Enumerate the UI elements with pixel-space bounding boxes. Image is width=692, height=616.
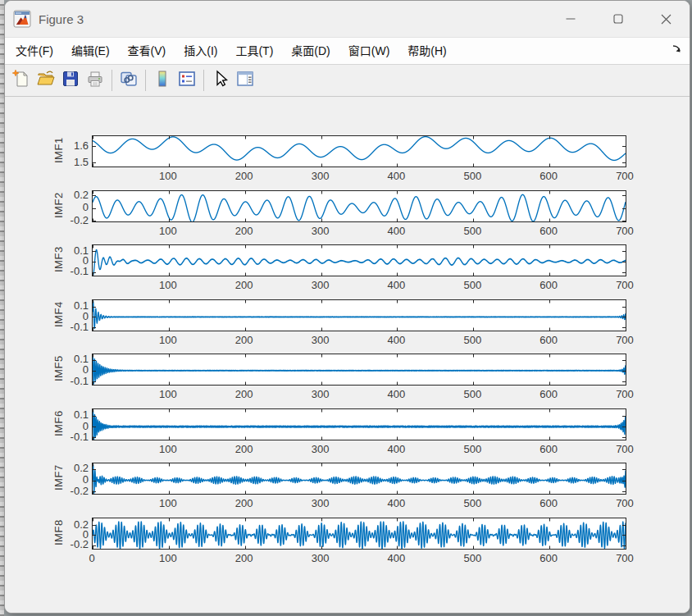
xtick-label: 400: [373, 443, 419, 455]
xtick-label: 700: [602, 497, 648, 509]
xtick-label: 100: [145, 552, 191, 564]
close-button[interactable]: [642, 1, 690, 37]
xtick-label: 500: [449, 170, 495, 182]
xtick-label: 200: [221, 170, 267, 182]
subplot-imf5: [92, 354, 626, 386]
xtick-label: 500: [449, 334, 495, 346]
menu-item-desktop[interactable]: 桌面(D): [282, 38, 339, 64]
edit-plot-button[interactable]: [208, 68, 233, 93]
xtick-label: 200: [221, 279, 267, 291]
imf5-plot-canvas[interactable]: [93, 354, 626, 385]
menu-item-file[interactable]: 文件(F): [7, 38, 62, 64]
xtick-label: 300: [298, 170, 344, 182]
xtick-label: 400: [373, 388, 419, 400]
link-plot-icon: [119, 69, 139, 92]
xtick-label: 400: [373, 279, 419, 291]
xtick-label: 700: [602, 170, 648, 182]
xtick-label: 300: [298, 552, 344, 564]
xtick-label: 200: [221, 443, 267, 455]
xtick-label: 500: [449, 279, 495, 291]
print-button[interactable]: [83, 68, 107, 93]
xtick-label: 700: [602, 334, 648, 346]
menu-item-window[interactable]: 窗口(W): [339, 38, 399, 64]
xtick-label: 400: [373, 225, 419, 237]
xtick-label: 500: [449, 552, 495, 564]
xtick-label: 100: [145, 388, 191, 400]
imf4-plot-canvas[interactable]: [93, 300, 626, 331]
desktop-background: Figure 3 文件(F)编辑(E)查看(V)插入(I)工具(T)桌面(D)窗…: [0, 0, 692, 616]
imf2-plot-canvas[interactable]: [93, 191, 626, 221]
xtick-label: 300: [298, 443, 344, 455]
toolbar-separator: [112, 70, 112, 91]
ytick-label: 1.6: [7, 139, 89, 152]
xtick-label: 400: [373, 497, 419, 509]
menu-item-edit[interactable]: 编辑(E): [62, 38, 119, 64]
xtick-label: 600: [526, 497, 571, 509]
xtick-label: 400: [373, 334, 419, 346]
ytick-label: -0.1: [7, 431, 89, 443]
menu-item-insert[interactable]: 插入(I): [175, 38, 226, 64]
menu-item-help[interactable]: 帮助(H): [398, 38, 455, 64]
subplot-imf7: [92, 463, 626, 495]
link-plot-button[interactable]: [116, 68, 141, 93]
window-title: Figure 3: [39, 12, 84, 26]
save-icon: [61, 69, 80, 92]
print-icon: [85, 69, 105, 92]
subplot-imf4: [92, 299, 626, 331]
xtick-label: 100: [145, 443, 191, 455]
xtick-label: 200: [221, 552, 267, 564]
xtick-label: 600: [526, 279, 571, 291]
xtick-label: 300: [298, 388, 344, 400]
ytick-label: -0.1: [7, 375, 89, 387]
ytick-label: -0.2: [7, 538, 89, 550]
open-button[interactable]: [34, 68, 58, 93]
ytick-label: 1.5: [7, 156, 89, 168]
menu-item-tools[interactable]: 工具(T): [226, 38, 282, 64]
maximize-button[interactable]: [594, 1, 642, 37]
ytick-label: -0.2: [7, 214, 89, 226]
xtick-label: 100: [145, 170, 191, 182]
subplot-imf2: [92, 190, 626, 222]
minimize-button[interactable]: [547, 1, 594, 37]
menubar: 文件(F)编辑(E)查看(V)插入(I)工具(T)桌面(D)窗口(W)帮助(H): [5, 37, 690, 65]
xtick-label: 300: [298, 497, 344, 509]
imf1-plot-canvas[interactable]: [93, 136, 626, 167]
xtick-label: 700: [602, 552, 648, 564]
xtick-label: 600: [526, 334, 571, 346]
new-figure-button[interactable]: [9, 68, 34, 93]
imf7-plot-canvas[interactable]: [93, 463, 626, 494]
imf8-plot-canvas[interactable]: [93, 518, 626, 549]
xtick-label: 300: [298, 225, 344, 237]
colorbar-button[interactable]: [150, 68, 175, 93]
plot-browser-icon: [235, 69, 255, 92]
xtick-label: 500: [449, 225, 495, 237]
edit-plot-icon: [211, 69, 230, 92]
figure-canvas: IMF11.61.5100200300400500600700IMF20.20-…: [5, 97, 690, 613]
titlebar[interactable]: Figure 3: [5, 1, 690, 37]
ytick-label: 0.2: [7, 189, 89, 201]
save-button[interactable]: [58, 68, 83, 93]
xtick-label: 600: [526, 225, 571, 237]
xtick-label: 500: [449, 443, 495, 455]
subplot-imf6: [92, 408, 626, 440]
xtick-label: 600: [526, 552, 571, 564]
colorbar-icon: [153, 69, 172, 92]
imf6-plot-canvas[interactable]: [93, 409, 626, 440]
subplot-imf8: [92, 518, 626, 550]
menu-item-view[interactable]: 查看(V): [119, 38, 175, 64]
xtick-label: 600: [526, 388, 571, 400]
toolbar-separator: [145, 70, 146, 91]
xtick-label: 700: [602, 443, 648, 455]
plot-browser-button[interactable]: [233, 68, 257, 93]
toolbar: [5, 65, 690, 97]
xtick-label: 0: [69, 552, 115, 564]
xtick-label: 400: [373, 552, 419, 564]
xtick-label: 700: [602, 279, 648, 291]
xtick-label: 300: [298, 279, 344, 291]
imf3-plot-canvas[interactable]: [93, 245, 626, 276]
new-figure-icon: [11, 69, 31, 92]
xtick-label: 500: [449, 497, 495, 509]
legend-button[interactable]: [175, 68, 199, 93]
dock-figure-icon[interactable]: [672, 43, 683, 58]
subplot-imf1: [92, 135, 626, 167]
